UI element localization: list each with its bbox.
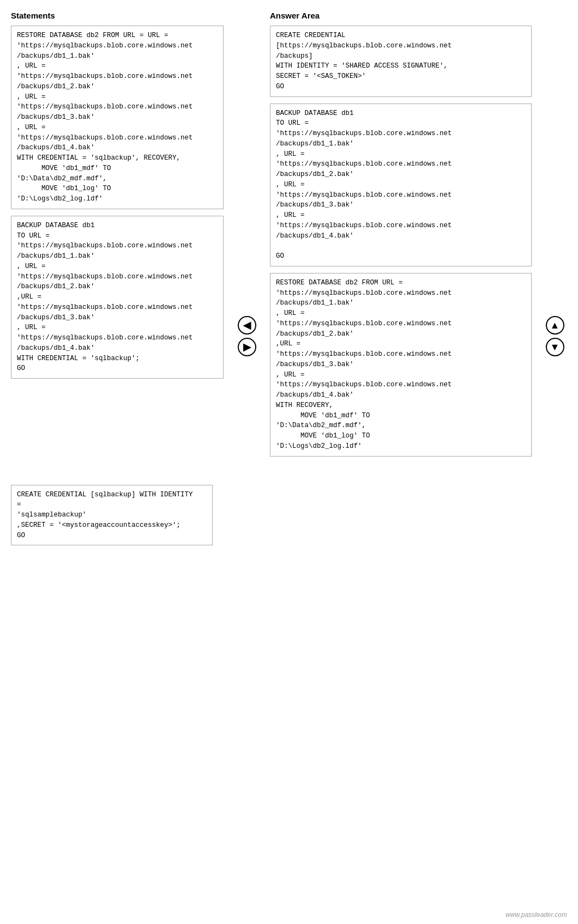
move-left-button[interactable]: ◀ [238, 316, 256, 335]
move-right-button[interactable]: ▶ [238, 338, 256, 356]
answer-box-1: CREATE CREDENTIAL [https://mysqlbackups.… [270, 26, 532, 97]
answer-area-title: Answer Area [270, 11, 532, 20]
move-down-button[interactable]: ▼ [546, 338, 564, 356]
bottom-statement-box: CREATE CREDENTIAL [sqlbackup] WITH IDENT… [11, 485, 213, 546]
statements-title: Statements [11, 11, 224, 20]
answer-box-2: BACKUP DATABASE db1 TO URL = 'https://my… [270, 104, 532, 266]
move-up-button[interactable]: ▲ [546, 316, 564, 335]
statement-box-1: RESTORE DATABASE db2 FROM URL = URL = 'h… [11, 26, 224, 209]
watermark: www.passleader.com [505, 911, 567, 919]
statement-box-2: BACKUP DATABASE db1 TO URL = 'https://my… [11, 216, 224, 379]
order-arrows: ▲ ▼ [543, 11, 567, 356]
answer-box-3: RESTORE DATABASE db2 FROM URL = 'https:/… [270, 273, 532, 457]
move-arrows: ◀ ▶ [234, 11, 259, 356]
